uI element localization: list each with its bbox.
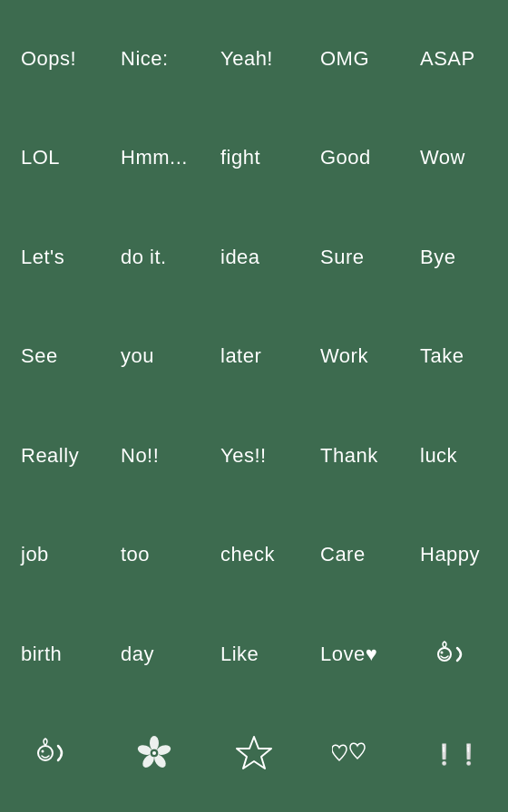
label-care: Care bbox=[320, 543, 366, 566]
label-wow: Wow bbox=[420, 146, 465, 169]
cell-later[interactable]: later bbox=[204, 307, 304, 407]
svg-marker-11 bbox=[237, 737, 271, 768]
cell-star-icon[interactable] bbox=[204, 704, 304, 804]
cell-see[interactable]: See bbox=[5, 307, 104, 407]
cell-lol[interactable]: LOL bbox=[5, 109, 104, 208]
label-hmm: Hmm... bbox=[121, 146, 188, 169]
cell-really[interactable]: Really bbox=[5, 406, 104, 506]
label-nice: Nice: bbox=[121, 47, 169, 71]
label-day: day bbox=[121, 643, 154, 666]
cell-omg[interactable]: OMG bbox=[304, 9, 404, 109]
face-smile-icon bbox=[432, 637, 475, 672]
cell-wow[interactable]: Wow bbox=[404, 109, 503, 208]
label-lets: Let's bbox=[21, 246, 64, 269]
label-sure: Sure bbox=[320, 246, 364, 269]
label-birth: birth bbox=[21, 643, 62, 666]
label-really: Really bbox=[21, 444, 79, 468]
flower-icon bbox=[132, 731, 176, 775]
label-happy: Happy bbox=[420, 543, 480, 566]
exclaim-icon: ❕❕❕❕ bbox=[428, 736, 479, 770]
svg-point-10 bbox=[152, 751, 156, 755]
svg-point-0 bbox=[438, 648, 451, 661]
cell-you[interactable]: you bbox=[104, 307, 204, 407]
label-yeah: Yeah! bbox=[220, 47, 273, 71]
cell-idea[interactable]: idea bbox=[204, 208, 304, 307]
hearts-icon bbox=[332, 736, 376, 770]
label-take: Take bbox=[420, 344, 464, 368]
cell-love[interactable]: Love♥ bbox=[304, 604, 404, 704]
cell-hmm[interactable]: Hmm... bbox=[104, 109, 204, 208]
label-check: check bbox=[220, 543, 275, 566]
label-thank: Thank bbox=[320, 444, 378, 468]
label-too: too bbox=[121, 543, 150, 566]
label-no: No!! bbox=[121, 444, 159, 468]
label-later: later bbox=[220, 344, 261, 368]
label-love: Love♥ bbox=[320, 643, 377, 666]
cell-asap[interactable]: ASAP bbox=[404, 9, 503, 109]
cell-face-icon[interactable] bbox=[404, 604, 503, 704]
label-job: job bbox=[21, 543, 49, 566]
cell-bye[interactable]: Bye bbox=[404, 208, 503, 307]
label-work: Work bbox=[320, 344, 368, 368]
cell-check[interactable]: check bbox=[204, 506, 304, 605]
label-good: Good bbox=[320, 146, 371, 169]
label-like: Like bbox=[220, 643, 259, 666]
label-you: you bbox=[121, 344, 154, 368]
cell-happy[interactable]: Happy bbox=[404, 506, 503, 605]
cell-work[interactable]: Work bbox=[304, 307, 404, 407]
cell-job[interactable]: job bbox=[5, 506, 104, 605]
cell-care[interactable]: Care bbox=[304, 506, 404, 605]
cell-sure[interactable]: Sure bbox=[304, 208, 404, 307]
cell-hearts-icon[interactable] bbox=[304, 704, 404, 804]
cell-birth[interactable]: birth bbox=[5, 604, 104, 704]
label-idea: idea bbox=[220, 246, 260, 269]
cell-no[interactable]: No!! bbox=[104, 406, 204, 506]
cell-like[interactable]: Like bbox=[204, 604, 304, 704]
label-luck: luck bbox=[420, 444, 457, 468]
cell-good[interactable]: Good bbox=[304, 109, 404, 208]
cell-luck[interactable]: luck bbox=[404, 406, 503, 506]
cell-exclaim-icon[interactable]: ❕❕❕❕ bbox=[404, 704, 503, 804]
cell-yes[interactable]: Yes!! bbox=[204, 406, 304, 506]
cell-nice[interactable]: Nice: bbox=[104, 9, 204, 109]
cell-face2-icon[interactable] bbox=[5, 704, 104, 804]
star-icon bbox=[234, 733, 274, 773]
label-do-it: do it. bbox=[121, 246, 167, 269]
cell-take[interactable]: Take bbox=[404, 307, 503, 407]
face2-icon bbox=[33, 731, 76, 775]
cell-too[interactable]: too bbox=[104, 506, 204, 605]
label-asap: ASAP bbox=[420, 47, 475, 71]
label-omg: OMG bbox=[320, 47, 369, 71]
label-fight: fight bbox=[220, 146, 260, 169]
cell-day[interactable]: day bbox=[104, 604, 204, 704]
cell-oops[interactable]: Oops! bbox=[5, 9, 104, 109]
cell-lets[interactable]: Let's bbox=[5, 208, 104, 307]
label-lol: LOL bbox=[21, 146, 60, 169]
cell-flower-icon[interactable] bbox=[104, 704, 204, 804]
label-yes: Yes!! bbox=[220, 444, 267, 468]
label-oops: Oops! bbox=[21, 47, 76, 71]
label-see: See bbox=[21, 344, 58, 368]
cell-yeah[interactable]: Yeah! bbox=[204, 9, 304, 109]
emoji-grid: Oops! Nice: Yeah! OMG ASAP LOL Hmm... fi… bbox=[0, 0, 508, 812]
label-bye: Bye bbox=[420, 246, 455, 269]
cell-do-it[interactable]: do it. bbox=[104, 208, 204, 307]
svg-point-1 bbox=[441, 651, 444, 653]
svg-point-3 bbox=[42, 750, 44, 753]
svg-text:❕❕❕❕: ❕❕❕❕ bbox=[432, 742, 479, 767]
cell-fight[interactable]: fight bbox=[204, 109, 304, 208]
cell-thank[interactable]: Thank bbox=[304, 406, 404, 506]
